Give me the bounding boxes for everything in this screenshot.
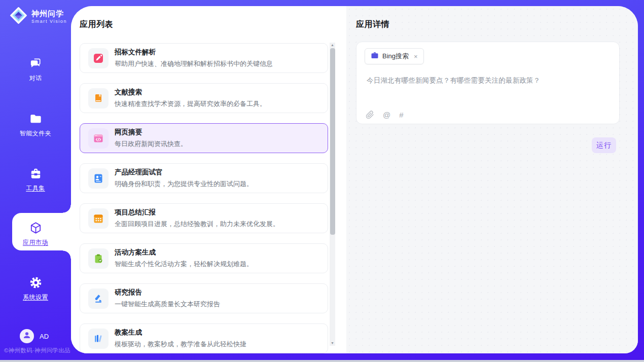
clipboard-icon xyxy=(88,248,109,269)
app-card-description: 帮助用户快速、准确地理解和解析招标书中的关键信息 xyxy=(115,59,273,68)
cube-icon xyxy=(29,221,43,235)
app-detail-panel: 应用详情 Bing搜索 × 今日湖北有哪些新闻要点？有哪些需要关注的最新政策？ … xyxy=(346,6,638,353)
person-icon xyxy=(22,331,31,342)
app-card-description: 快速精准查找学术资源，提高研究效率的必备工具。 xyxy=(115,99,266,108)
close-icon[interactable]: × xyxy=(414,53,418,60)
app-card-description: 智能生成个性化活动方案，轻松解决规划难题。 xyxy=(115,260,253,269)
interview-icon xyxy=(88,168,109,189)
sidebar-item-label: 应用市场 xyxy=(23,238,48,247)
gem-icon xyxy=(9,6,28,27)
sidebar-item-label: 系统设置 xyxy=(23,293,48,302)
app-card-description: 一键智能生成高质量长文本研究报告 xyxy=(115,300,220,309)
app-list-panel: 应用列表 招标文件解析帮助用户快速、准确地理解和解析招标书中的关键信息文献搜索快… xyxy=(71,6,346,353)
sidebar-item-app-market[interactable]: 应用市场 xyxy=(0,221,71,247)
hash-icon[interactable]: # xyxy=(399,111,403,119)
scrollbar[interactable]: ▲ ▼ xyxy=(330,43,335,346)
microscope-icon xyxy=(88,288,109,309)
calendar-icon xyxy=(88,208,109,229)
sidebar-item-settings[interactable]: 系统设置 xyxy=(0,276,71,302)
app-card[interactable]: 活动方案生成智能生成个性化活动方案，轻松解决规划难题。 xyxy=(80,243,328,273)
scroll-up-icon[interactable]: ▲ xyxy=(330,43,335,48)
folder-icon xyxy=(29,112,43,126)
app-list: 招标文件解析帮助用户快速、准确地理解和解析招标书中的关键信息文献搜索快速精准查找… xyxy=(80,43,328,353)
gear-icon xyxy=(29,276,43,289)
app-card-title: 项目总结汇报 xyxy=(115,208,279,217)
book-icon xyxy=(88,88,109,108)
content-panel: 应用列表 招标文件解析帮助用户快速、准确地理解和解析招标书中的关键信息文献搜索快… xyxy=(71,6,638,353)
app-card[interactable]: 项目总结汇报全面回顾项目进展，总结经验教训，助力未来优化发展。 xyxy=(80,203,328,233)
brand-logo: 神州问学 Smart Vision xyxy=(9,6,67,27)
sidebar-item-label: 智能文件夹 xyxy=(20,129,52,138)
app-detail-title: 应用详情 xyxy=(356,19,389,30)
input-toolbar: @# xyxy=(366,110,404,120)
app-card[interactable]: 网页摘要每日政府新闻资讯快查。 xyxy=(80,123,328,153)
user-chip[interactable]: AD xyxy=(20,329,49,343)
active-tab-curve-bottom xyxy=(63,250,71,259)
tender-doc-icon xyxy=(88,48,109,68)
sidebar: 神州问学 Smart Vision 对话智能文件夹工具集应用市场系统设置 AD … xyxy=(0,0,71,362)
app-card-description: 模板驱动，教案秒成，教学准备从此轻松快捷 xyxy=(115,340,246,349)
scrollbar-thumb[interactable] xyxy=(330,48,335,235)
books-icon xyxy=(88,329,109,349)
app-card[interactable]: 产品经理面试官明确身份和职责，为您提供专业性的面试问题。 xyxy=(80,163,328,193)
active-tab-curve-top xyxy=(63,205,71,213)
app-card[interactable]: 教案生成模板驱动，教案秒成，教学准备从此轻松快捷 xyxy=(80,323,328,353)
webpage-icon xyxy=(88,128,109,149)
copyright-text: ©神州数码·神州问学出品 xyxy=(4,347,70,354)
scroll-down-icon[interactable]: ▼ xyxy=(330,341,335,346)
app-card[interactable]: 研究报告一键智能生成高质量长文本研究报告 xyxy=(80,283,328,313)
app-card-title: 研究报告 xyxy=(115,288,220,297)
window-bottom-edge xyxy=(0,360,644,362)
app-card[interactable]: 文献搜索快速精准查找学术资源，提高研究效率的必备工具。 xyxy=(80,83,328,113)
run-button[interactable]: 运行 xyxy=(592,137,616,153)
chat-icon xyxy=(29,57,43,70)
app-card[interactable]: 招标文件解析帮助用户快速、准确地理解和解析招标书中的关键信息 xyxy=(80,43,328,73)
app-card-title: 招标文件解析 xyxy=(115,48,273,57)
brand-subtitle: Smart Vision xyxy=(31,19,67,24)
briefcase-icon xyxy=(371,51,379,61)
tool-tag[interactable]: Bing搜索 × xyxy=(365,48,424,64)
sidebar-item-label: 工具集 xyxy=(26,184,45,193)
app-card-description: 全面回顾项目进展，总结经验教训，助力未来优化发展。 xyxy=(115,220,279,229)
brand-name: 神州问学 xyxy=(31,9,67,18)
app-card-title: 教案生成 xyxy=(115,328,246,337)
app-card-title: 网页摘要 xyxy=(115,128,187,137)
tool-tag-label: Bing搜索 xyxy=(382,52,409,61)
user-initials: AD xyxy=(40,333,49,340)
sidebar-item-smart-folder[interactable]: 智能文件夹 xyxy=(0,112,71,138)
sidebar-item-toolset[interactable]: 工具集 xyxy=(0,167,71,193)
toolbox-icon xyxy=(29,167,43,180)
app-card-title: 活动方案生成 xyxy=(115,248,253,257)
question-text[interactable]: 今日湖北有哪些新闻要点？有哪些需要关注的最新政策？ xyxy=(367,76,541,85)
app-list-title: 应用列表 xyxy=(80,19,113,30)
sidebar-item-label: 对话 xyxy=(29,74,42,83)
prompt-card: Bing搜索 × 今日湖北有哪些新闻要点？有哪些需要关注的最新政策？ @# xyxy=(356,42,620,124)
sidebar-item-chat[interactable]: 对话 xyxy=(0,57,71,83)
avatar xyxy=(20,329,34,343)
app-card-title: 文献搜索 xyxy=(115,88,266,97)
app-card-description: 明确身份和职责，为您提供专业性的面试问题。 xyxy=(115,179,253,189)
app-card-description: 每日政府新闻资讯快查。 xyxy=(115,139,187,149)
at-icon[interactable]: @ xyxy=(383,111,390,119)
app-card-title: 产品经理面试官 xyxy=(115,168,253,177)
paperclip-icon[interactable] xyxy=(366,110,374,120)
